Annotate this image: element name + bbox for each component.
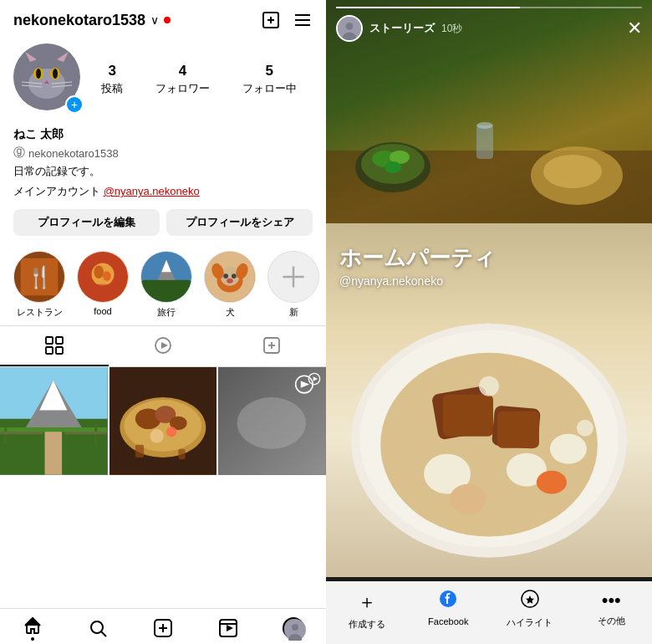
svg-point-96 — [385, 161, 401, 173]
reel-icon — [308, 372, 321, 389]
svg-rect-61 — [0, 432, 43, 434]
following-count: 5 — [265, 63, 273, 79]
threads-icon: ⓖ — [13, 146, 25, 161]
highlights-row: 🍴 レストラン food — [0, 244, 326, 325]
story-time: 10秒 — [441, 22, 462, 36]
highlight-circle-food — [77, 251, 129, 303]
svg-rect-46 — [46, 347, 53, 354]
link-url[interactable]: @nyanya.nekoneko — [104, 185, 200, 197]
svg-rect-58 — [0, 427, 108, 432]
grid-cell-1[interactable] — [0, 367, 108, 475]
highlight-travel[interactable]: 旅行 — [140, 251, 192, 319]
story-header: ストーリーズ 10秒 ✕ — [326, 0, 652, 42]
story-avatar[interactable] — [336, 15, 363, 42]
svg-point-110 — [550, 433, 587, 463]
svg-rect-71 — [135, 445, 144, 457]
tab-grid[interactable] — [0, 326, 109, 366]
highlight-add-new[interactable]: 新 — [267, 251, 319, 319]
header-actions — [261, 10, 313, 30]
story-create-label: 作成する — [349, 618, 385, 631]
highlight-food[interactable]: food — [77, 251, 129, 316]
story-action-more[interactable]: ••• その他 — [571, 590, 653, 631]
share-profile-button[interactable]: プロフィールをシェア — [166, 209, 313, 236]
highlight-label-dog: 犬 — [226, 306, 235, 319]
story-text-overlay: ホームパーティ @nyanya.nekoneko — [339, 245, 496, 288]
edit-profile-button[interactable]: プロフィールを編集 — [13, 209, 160, 236]
story-close-button[interactable]: ✕ — [627, 18, 642, 39]
svg-point-113 — [479, 376, 499, 396]
story-title: ホームパーティ — [339, 245, 496, 271]
svg-point-27 — [103, 271, 111, 281]
svg-rect-44 — [46, 337, 53, 344]
nav-reels[interactable] — [196, 618, 261, 638]
story-user-row: ストーリーズ 10秒 ✕ — [336, 15, 642, 42]
nav-profile[interactable] — [261, 617, 326, 639]
svg-point-40 — [227, 279, 233, 284]
svg-point-69 — [150, 429, 163, 442]
grid-cell-2[interactable] — [110, 367, 217, 475]
nav-add[interactable] — [130, 618, 196, 638]
followers-label: フォロワー — [155, 81, 210, 96]
followers-stat[interactable]: 4 フォロワー — [155, 63, 210, 96]
svg-point-75 — [237, 397, 306, 449]
story-mention[interactable]: @nyanya.nekoneko — [339, 274, 496, 288]
story-action-facebook[interactable]: Facebook — [408, 590, 490, 631]
tab-reels[interactable] — [109, 326, 217, 366]
grid-cell-3[interactable] — [218, 367, 326, 475]
add-story-button[interactable]: + — [65, 95, 84, 114]
nav-search[interactable] — [65, 618, 130, 638]
tabs-row — [0, 325, 326, 367]
svg-rect-105 — [443, 394, 493, 436]
svg-rect-107 — [497, 411, 539, 447]
story-username: ストーリーズ — [369, 21, 435, 36]
svg-text:🍴: 🍴 — [27, 264, 53, 290]
chevron-down-icon[interactable]: ∨ — [150, 13, 159, 27]
svg-point-100 — [476, 122, 493, 129]
following-label: フォロー中 — [242, 81, 297, 96]
posts-label: 投稿 — [101, 81, 123, 96]
avatar-container: + — [13, 43, 85, 115]
story-progress-bar[interactable] — [336, 7, 642, 8]
add-post-button[interactable] — [261, 10, 281, 30]
svg-marker-86 — [227, 625, 233, 631]
story-facebook-icon — [439, 590, 457, 613]
following-stat[interactable]: 5 フォロー中 — [242, 63, 297, 96]
story-more-icon: ••• — [602, 590, 621, 611]
profile-info-row: + 3 投稿 4 フォロワー 5 フォロー中 — [0, 37, 326, 122]
story-create-icon: ＋ — [358, 590, 376, 615]
nav-home[interactable] — [0, 616, 65, 641]
profile-link: メインアカウント @nyanya.nekoneko — [0, 182, 326, 206]
story-action-create[interactable]: ＋ 作成する — [326, 590, 408, 631]
story-action-highlight[interactable]: ハイライト — [489, 590, 571, 631]
svg-point-15 — [53, 69, 58, 79]
svg-point-14 — [36, 69, 41, 79]
story-bottom-bar: ＋ 作成する Facebook ハイライト ••• その他 — [326, 581, 652, 644]
story-facebook-label: Facebook — [428, 616, 468, 626]
svg-rect-30 — [141, 280, 191, 302]
menu-button[interactable] — [293, 10, 313, 30]
highlight-label-restaurant: レストラン — [17, 306, 63, 319]
story-highlight-label: ハイライト — [507, 616, 553, 629]
svg-point-112 — [450, 483, 486, 514]
highlight-label-food: food — [94, 306, 111, 316]
username-area: nekonekotaro1538 ∨ — [13, 12, 254, 29]
svg-rect-99 — [476, 125, 493, 159]
story-highlight-icon — [521, 590, 539, 613]
photo-grid — [0, 367, 326, 608]
highlight-dog[interactable]: 犬 — [204, 251, 256, 319]
svg-point-38 — [223, 273, 228, 279]
nav-profile-avatar — [283, 617, 304, 639]
highlight-restaurant[interactable]: 🍴 レストラン — [13, 251, 65, 319]
svg-line-81 — [102, 632, 107, 637]
highlight-circle-dog — [204, 251, 256, 303]
posts-count: 3 — [109, 63, 116, 79]
svg-point-26 — [94, 265, 104, 278]
posts-stat[interactable]: 3 投稿 — [101, 63, 123, 96]
svg-point-80 — [91, 621, 103, 633]
svg-rect-62 — [64, 432, 107, 434]
svg-point-39 — [232, 273, 237, 279]
profile-bio: 日常の記録です。 — [0, 162, 326, 182]
action-buttons: プロフィールを編集 プロフィールをシェア — [0, 206, 326, 244]
svg-rect-57 — [45, 427, 63, 475]
tab-tagged[interactable] — [217, 326, 326, 366]
